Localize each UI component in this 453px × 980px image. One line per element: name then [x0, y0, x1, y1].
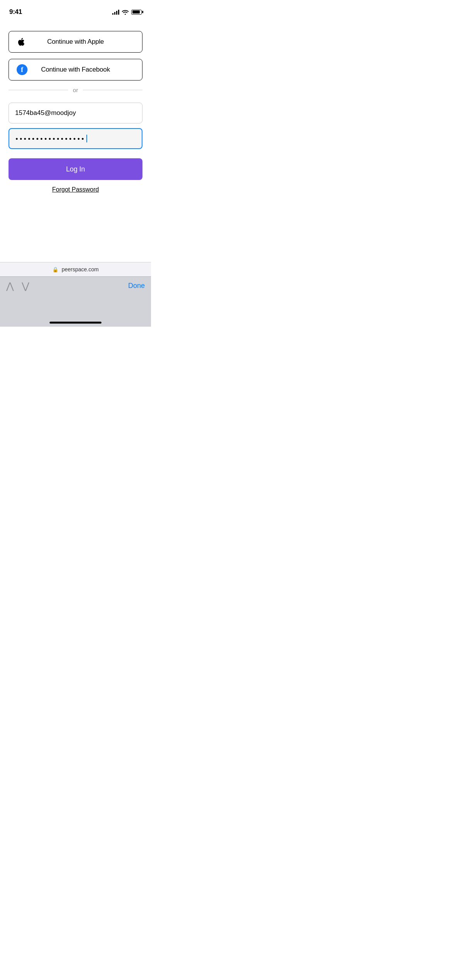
forgot-password-link[interactable]: Forgot Password [9, 186, 142, 193]
done-button[interactable]: Done [128, 282, 145, 290]
prev-field-button[interactable]: ⋀ [6, 281, 14, 291]
password-input[interactable]: ●●●●●●●●●●●●●●●●● [9, 128, 142, 149]
apple-login-button[interactable]: Continue with Apple [9, 31, 142, 53]
facebook-login-button[interactable]: f Continue with Facebook [9, 59, 142, 81]
login-button[interactable]: Log In [9, 158, 142, 180]
home-indicator [50, 322, 101, 324]
toolbar-nav: ⋀ ⋁ [6, 281, 29, 291]
status-bar: 9:41 [0, 0, 151, 19]
apple-login-label: Continue with Apple [47, 38, 104, 46]
divider-text: or [73, 87, 78, 93]
lock-icon: 🔒 [52, 267, 58, 272]
battery-icon [131, 10, 142, 15]
divider-line-left [9, 90, 68, 90]
main-content: Continue with Apple f Continue with Face… [0, 19, 151, 193]
divider: or [9, 87, 142, 93]
status-time: 9:41 [9, 8, 22, 16]
next-field-button[interactable]: ⋁ [22, 281, 29, 291]
text-cursor [86, 135, 87, 142]
status-icons [112, 10, 142, 15]
signal-icon [112, 10, 119, 15]
facebook-login-label: Continue with Facebook [41, 66, 110, 74]
divider-line-right [83, 90, 142, 90]
email-input[interactable] [9, 103, 142, 123]
apple-icon [17, 37, 26, 46]
keyboard-toolbar: ⋀ ⋁ Done [0, 276, 151, 295]
wifi-icon [122, 10, 129, 15]
login-button-label: Log In [66, 165, 85, 173]
browser-bar: 🔒 peerspace.com [0, 262, 151, 276]
site-url: peerspace.com [62, 266, 99, 272]
facebook-icon: f [17, 64, 27, 75]
